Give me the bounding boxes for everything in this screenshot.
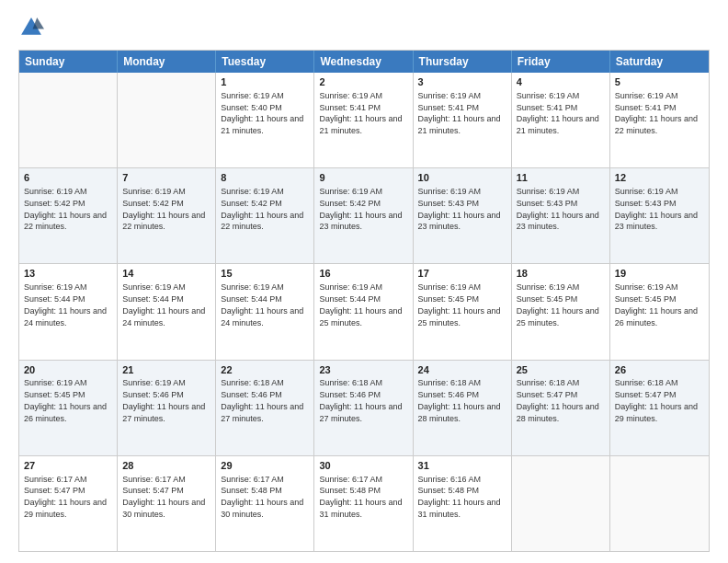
cell-info: Sunrise: 6:19 AMSunset: 5:43 PMDaylight:… xyxy=(418,187,501,231)
day-number: 19 xyxy=(615,267,704,281)
calendar-week-row: 6Sunrise: 6:19 AMSunset: 5:42 PMDaylight… xyxy=(19,167,709,263)
calendar-body: 1Sunrise: 6:19 AMSunset: 5:40 PMDaylight… xyxy=(19,73,709,551)
day-number: 15 xyxy=(221,267,309,281)
cell-info: Sunrise: 6:19 AMSunset: 5:41 PMDaylight:… xyxy=(517,91,599,135)
calendar-cell: 20Sunrise: 6:19 AMSunset: 5:45 PMDayligh… xyxy=(19,361,118,455)
day-number: 28 xyxy=(122,459,210,473)
cell-info: Sunrise: 6:19 AMSunset: 5:45 PMDaylight:… xyxy=(517,282,599,327)
calendar-cell: 30Sunrise: 6:17 AMSunset: 5:48 PMDayligh… xyxy=(314,456,413,551)
calendar-cell: 26Sunrise: 6:18 AMSunset: 5:47 PMDayligh… xyxy=(610,361,709,455)
day-number: 10 xyxy=(418,171,506,185)
calendar-cell: 31Sunrise: 6:16 AMSunset: 5:48 PMDayligh… xyxy=(414,456,512,551)
cell-info: Sunrise: 6:19 AMSunset: 5:41 PMDaylight:… xyxy=(418,91,501,135)
calendar-cell: 27Sunrise: 6:17 AMSunset: 5:47 PMDayligh… xyxy=(19,456,118,551)
calendar-week-row: 1Sunrise: 6:19 AMSunset: 5:40 PMDaylight… xyxy=(19,73,709,167)
day-number: 3 xyxy=(418,75,506,89)
calendar-cell: 6Sunrise: 6:19 AMSunset: 5:42 PMDaylight… xyxy=(19,168,118,263)
logo-icon xyxy=(18,15,44,40)
day-number: 20 xyxy=(24,363,112,377)
day-number: 24 xyxy=(418,363,506,377)
cell-info: Sunrise: 6:19 AMSunset: 5:45 PMDaylight:… xyxy=(615,282,698,327)
calendar: SundayMondayTuesdayWednesdayThursdayFrid… xyxy=(18,50,710,552)
cell-info: Sunrise: 6:19 AMSunset: 5:42 PMDaylight:… xyxy=(319,187,402,231)
day-number: 22 xyxy=(221,363,309,377)
cell-info: Sunrise: 6:17 AMSunset: 5:48 PMDaylight:… xyxy=(221,475,303,519)
day-number: 17 xyxy=(418,267,506,281)
cell-info: Sunrise: 6:17 AMSunset: 5:47 PMDaylight:… xyxy=(24,475,107,519)
calendar-cell: 19Sunrise: 6:19 AMSunset: 5:45 PMDayligh… xyxy=(610,264,709,359)
calendar-cell: 16Sunrise: 6:19 AMSunset: 5:44 PMDayligh… xyxy=(314,264,413,359)
weekday-header: Thursday xyxy=(414,51,512,73)
day-number: 18 xyxy=(517,267,605,281)
cell-info: Sunrise: 6:17 AMSunset: 5:48 PMDaylight:… xyxy=(319,475,402,519)
day-number: 8 xyxy=(221,171,309,185)
empty-cell xyxy=(19,73,118,167)
calendar-cell: 1Sunrise: 6:19 AMSunset: 5:40 PMDaylight… xyxy=(216,73,314,167)
calendar-cell: 14Sunrise: 6:19 AMSunset: 5:44 PMDayligh… xyxy=(118,264,216,359)
day-number: 9 xyxy=(319,171,407,185)
cell-info: Sunrise: 6:18 AMSunset: 5:47 PMDaylight:… xyxy=(517,378,599,422)
calendar-week-row: 13Sunrise: 6:19 AMSunset: 5:44 PMDayligh… xyxy=(19,263,709,359)
calendar-cell: 3Sunrise: 6:19 AMSunset: 5:41 PMDaylight… xyxy=(414,73,512,167)
calendar-cell: 2Sunrise: 6:19 AMSunset: 5:41 PMDaylight… xyxy=(314,73,413,167)
calendar-cell: 10Sunrise: 6:19 AMSunset: 5:43 PMDayligh… xyxy=(414,168,512,263)
calendar-cell: 11Sunrise: 6:19 AMSunset: 5:43 PMDayligh… xyxy=(512,168,610,263)
day-number: 5 xyxy=(615,75,704,89)
calendar-cell: 29Sunrise: 6:17 AMSunset: 5:48 PMDayligh… xyxy=(216,456,314,551)
calendar-cell: 22Sunrise: 6:18 AMSunset: 5:46 PMDayligh… xyxy=(216,361,314,455)
cell-info: Sunrise: 6:18 AMSunset: 5:46 PMDaylight:… xyxy=(319,378,402,422)
day-number: 4 xyxy=(517,75,605,89)
day-number: 7 xyxy=(122,171,210,185)
day-number: 12 xyxy=(615,171,704,185)
cell-info: Sunrise: 6:19 AMSunset: 5:44 PMDaylight:… xyxy=(122,282,205,327)
cell-info: Sunrise: 6:19 AMSunset: 5:40 PMDaylight:… xyxy=(221,91,303,135)
calendar-week-row: 20Sunrise: 6:19 AMSunset: 5:45 PMDayligh… xyxy=(19,360,709,455)
calendar-cell: 23Sunrise: 6:18 AMSunset: 5:46 PMDayligh… xyxy=(314,361,413,455)
cell-info: Sunrise: 6:19 AMSunset: 5:44 PMDaylight:… xyxy=(319,282,402,327)
cell-info: Sunrise: 6:17 AMSunset: 5:47 PMDaylight:… xyxy=(122,475,205,519)
calendar-cell: 4Sunrise: 6:19 AMSunset: 5:41 PMDaylight… xyxy=(512,73,610,167)
day-number: 30 xyxy=(319,459,407,473)
cell-info: Sunrise: 6:19 AMSunset: 5:41 PMDaylight:… xyxy=(615,91,698,135)
weekday-header: Wednesday xyxy=(314,51,413,73)
weekday-header: Monday xyxy=(118,51,216,73)
cell-info: Sunrise: 6:18 AMSunset: 5:46 PMDaylight:… xyxy=(221,378,303,422)
header xyxy=(18,15,710,40)
calendar-cell: 7Sunrise: 6:19 AMSunset: 5:42 PMDaylight… xyxy=(118,168,216,263)
day-number: 16 xyxy=(319,267,407,281)
weekday-header: Tuesday xyxy=(216,51,314,73)
calendar-cell: 15Sunrise: 6:19 AMSunset: 5:44 PMDayligh… xyxy=(216,264,314,359)
calendar-cell: 5Sunrise: 6:19 AMSunset: 5:41 PMDaylight… xyxy=(610,73,709,167)
empty-cell xyxy=(512,456,610,551)
weekday-header: Sunday xyxy=(19,51,118,73)
cell-info: Sunrise: 6:19 AMSunset: 5:45 PMDaylight:… xyxy=(418,282,501,327)
day-number: 26 xyxy=(615,363,704,377)
day-number: 1 xyxy=(221,75,309,89)
day-number: 14 xyxy=(122,267,210,281)
day-number: 11 xyxy=(517,171,605,185)
calendar-page: SundayMondayTuesdayWednesdayThursdayFrid… xyxy=(0,0,728,563)
calendar-header-row: SundayMondayTuesdayWednesdayThursdayFrid… xyxy=(19,51,709,73)
cell-info: Sunrise: 6:18 AMSunset: 5:46 PMDaylight:… xyxy=(418,378,501,422)
cell-info: Sunrise: 6:19 AMSunset: 5:46 PMDaylight:… xyxy=(122,378,205,422)
day-number: 21 xyxy=(122,363,210,377)
day-number: 27 xyxy=(24,459,112,473)
empty-cell xyxy=(118,73,216,167)
weekday-header: Saturday xyxy=(610,51,709,73)
calendar-week-row: 27Sunrise: 6:17 AMSunset: 5:47 PMDayligh… xyxy=(19,455,709,551)
calendar-cell: 25Sunrise: 6:18 AMSunset: 5:47 PMDayligh… xyxy=(512,361,610,455)
calendar-cell: 12Sunrise: 6:19 AMSunset: 5:43 PMDayligh… xyxy=(610,168,709,263)
day-number: 25 xyxy=(517,363,605,377)
cell-info: Sunrise: 6:19 AMSunset: 5:42 PMDaylight:… xyxy=(221,187,303,231)
cell-info: Sunrise: 6:19 AMSunset: 5:43 PMDaylight:… xyxy=(517,187,599,231)
calendar-cell: 28Sunrise: 6:17 AMSunset: 5:47 PMDayligh… xyxy=(118,456,216,551)
cell-info: Sunrise: 6:19 AMSunset: 5:44 PMDaylight:… xyxy=(24,282,107,327)
cell-info: Sunrise: 6:19 AMSunset: 5:45 PMDaylight:… xyxy=(24,378,107,422)
calendar-cell: 9Sunrise: 6:19 AMSunset: 5:42 PMDaylight… xyxy=(314,168,413,263)
calendar-cell: 21Sunrise: 6:19 AMSunset: 5:46 PMDayligh… xyxy=(118,361,216,455)
calendar-cell: 17Sunrise: 6:19 AMSunset: 5:45 PMDayligh… xyxy=(414,264,512,359)
cell-info: Sunrise: 6:19 AMSunset: 5:44 PMDaylight:… xyxy=(221,282,303,327)
calendar-cell: 24Sunrise: 6:18 AMSunset: 5:46 PMDayligh… xyxy=(414,361,512,455)
calendar-cell: 13Sunrise: 6:19 AMSunset: 5:44 PMDayligh… xyxy=(19,264,118,359)
cell-info: Sunrise: 6:18 AMSunset: 5:47 PMDaylight:… xyxy=(615,378,698,422)
